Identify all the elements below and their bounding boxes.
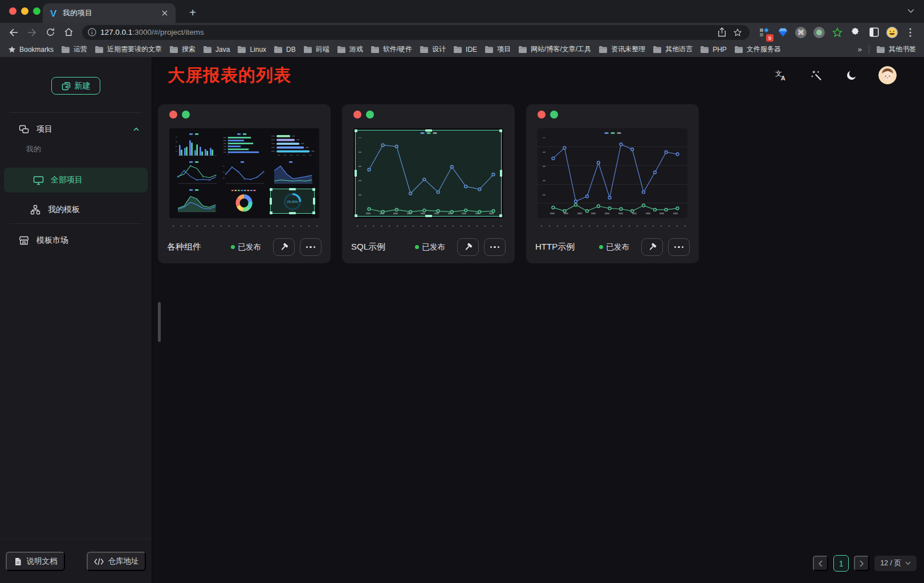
extension-blocks-icon[interactable]: 9 xyxy=(757,25,772,40)
reload-button[interactable] xyxy=(43,25,58,40)
repo-button[interactable]: 仓库地址 xyxy=(87,552,146,571)
new-copy-icon xyxy=(62,81,71,91)
selection-handle[interactable] xyxy=(425,129,432,132)
selection-handle[interactable] xyxy=(289,212,296,214)
project-card-list: 25.00% 各种组件 已发布 xyxy=(158,104,699,263)
bookmarks-manager[interactable]: Bookmarks xyxy=(8,46,54,54)
edit-project-button[interactable] xyxy=(273,238,295,256)
repo-button-label: 仓库地址 xyxy=(108,556,139,566)
browser-tab[interactable]: 我的项目 xyxy=(43,3,176,23)
address-bar[interactable]: 127.0.0.1:3000/#/project/items xyxy=(82,25,750,40)
more-options-button[interactable] xyxy=(668,238,690,256)
bookmark-folder[interactable]: Java xyxy=(203,46,230,54)
extension-command-icon[interactable]: ⌘ xyxy=(793,25,808,40)
extensions-puzzle-icon[interactable] xyxy=(848,25,863,40)
bookmark-folder[interactable]: 近期需要读的文章 xyxy=(95,44,162,54)
profile-avatar-icon[interactable] xyxy=(885,25,899,40)
more-options-button[interactable] xyxy=(300,238,321,256)
selection-handle[interactable] xyxy=(313,198,315,205)
user-avatar[interactable] xyxy=(878,66,897,84)
bookmark-folder-label: DB xyxy=(286,46,296,54)
selection-handle[interactable] xyxy=(312,211,315,214)
chevron-up-icon[interactable] xyxy=(132,125,140,133)
prev-page-button[interactable] xyxy=(813,556,828,571)
extension-star-icon[interactable] xyxy=(830,25,845,40)
project-preview-thumbnail[interactable] xyxy=(353,128,503,218)
selection-handle[interactable] xyxy=(499,214,502,217)
sidebar-item-template-market[interactable]: 模板市场 xyxy=(0,229,152,252)
bookmark-folder-label: 近期需要读的文章 xyxy=(107,44,162,54)
browser-menu-icon[interactable] xyxy=(903,25,918,40)
selection-handle[interactable] xyxy=(312,188,315,191)
bookmark-folder-label: 搜索 xyxy=(182,44,196,54)
current-page-button[interactable]: 1 xyxy=(833,555,849,572)
bookmark-folder[interactable]: 其他语言 xyxy=(653,44,693,54)
page-size-select[interactable]: 12 / 页 xyxy=(874,556,917,571)
site-info-icon[interactable] xyxy=(88,28,96,36)
selection-handle[interactable] xyxy=(499,129,502,132)
bookmark-folder-label: 文件服务器 xyxy=(747,44,781,54)
mini-two-line-chart xyxy=(173,160,219,186)
bookmark-folder[interactable]: 搜索 xyxy=(169,44,196,54)
selection-handle[interactable] xyxy=(270,211,272,214)
home-button[interactable] xyxy=(61,25,76,40)
tab-search-chevron-icon[interactable] xyxy=(905,5,917,17)
close-window-button[interactable] xyxy=(9,7,17,15)
sidebar-item-my-templates[interactable]: 我的模板 xyxy=(0,198,152,221)
back-button[interactable] xyxy=(6,25,21,40)
project-card: 25.00% 各种组件 已发布 xyxy=(158,104,331,263)
bookmark-folder[interactable]: DB xyxy=(274,46,296,54)
edit-project-button[interactable] xyxy=(641,238,663,256)
zoom-window-button[interactable] xyxy=(33,7,40,15)
sidebar-group-project[interactable]: 项目 xyxy=(0,117,152,142)
bookmark-folder[interactable]: 网站/博客/文章/工具 xyxy=(518,44,591,54)
forward-button[interactable] xyxy=(25,25,39,40)
bookmark-folder[interactable]: 运营 xyxy=(61,44,87,54)
tab-close-icon[interactable] xyxy=(160,8,170,18)
bookmark-folder[interactable]: 前端 xyxy=(303,44,329,54)
edit-project-button[interactable] xyxy=(457,238,479,256)
bookmark-folder[interactable]: 设计 xyxy=(420,44,446,54)
selection-handle[interactable] xyxy=(355,214,357,217)
more-options-button[interactable] xyxy=(484,238,506,256)
selection-handle[interactable] xyxy=(355,129,357,132)
next-page-button[interactable] xyxy=(854,556,869,571)
bookmark-folder[interactable]: 项目 xyxy=(485,44,511,54)
language-translate-icon[interactable]: 文 A xyxy=(772,67,789,84)
status-label: 已发布 xyxy=(606,242,630,252)
docs-button[interactable]: 说明文档 xyxy=(6,552,65,571)
bookmark-folder[interactable]: 文件服务器 xyxy=(734,44,781,54)
magic-wand-icon[interactable] xyxy=(808,67,825,84)
bookmark-folder[interactable]: 资讯未整理 xyxy=(599,44,645,54)
extension-gem-icon[interactable] xyxy=(775,25,790,40)
bookmark-folder[interactable]: Linux xyxy=(237,46,266,54)
dark-mode-moon-icon[interactable] xyxy=(843,67,860,84)
new-tab-button[interactable]: + xyxy=(186,6,200,19)
minimize-window-button[interactable] xyxy=(21,7,29,15)
selection-handle[interactable] xyxy=(500,170,502,177)
extension-record-icon[interactable] xyxy=(812,25,827,40)
selection-handle[interactable] xyxy=(270,188,272,191)
green-dot xyxy=(182,111,190,119)
bookmarks-bar: Bookmarks 运营近期需要读的文章搜索JavaLinuxDB前端游戏软件/… xyxy=(0,42,924,57)
card-dotted-divider xyxy=(538,225,687,227)
project-preview-thumbnail[interactable] xyxy=(538,128,687,218)
selection-handle[interactable] xyxy=(289,188,296,190)
bookmark-folder[interactable]: 软件/硬件 xyxy=(371,44,412,54)
new-project-button[interactable]: 新建 xyxy=(51,77,100,95)
other-bookmarks-folder[interactable]: 其他书签 xyxy=(876,44,916,54)
scrollbar-thumb[interactable] xyxy=(158,302,161,342)
bookmarks-overflow-chevron[interactable]: » xyxy=(858,45,862,54)
bookmark-folder[interactable]: 游戏 xyxy=(337,44,363,54)
selection-handle[interactable] xyxy=(355,170,357,177)
bookmark-star-icon[interactable] xyxy=(731,26,744,39)
bookmark-folder[interactable]: IDE xyxy=(453,46,477,54)
bookmark-folder-label: 网站/博客/文章/工具 xyxy=(531,44,591,54)
sidebar-item-all-projects[interactable]: 全部项目 xyxy=(4,168,148,193)
bookmark-folder[interactable]: PHP xyxy=(700,46,727,54)
project-preview-thumbnail[interactable]: 25.00% xyxy=(169,128,319,218)
sidepanel-icon[interactable] xyxy=(866,25,881,40)
selection-handle[interactable] xyxy=(270,198,272,205)
selection-handle[interactable] xyxy=(425,215,432,217)
share-icon[interactable] xyxy=(715,26,728,39)
